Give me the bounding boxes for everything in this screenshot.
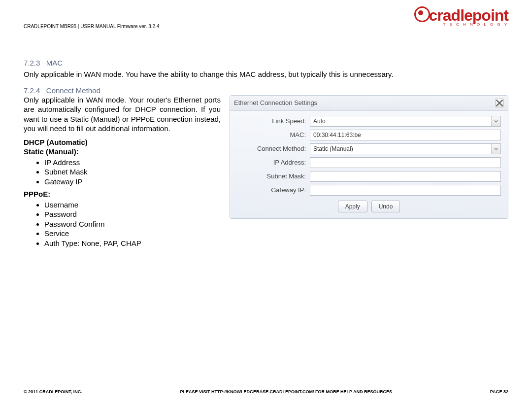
panel-title: Ethernet Connection Settings [234, 99, 317, 106]
chevron-down-icon [491, 116, 500, 126]
list-item: Gateway IP [44, 177, 221, 187]
section-paragraph: Only applicable in WAN mode. Your router… [24, 95, 221, 134]
gateway-ip-input[interactable] [310, 185, 501, 196]
list-item: Password Confirm [44, 219, 221, 229]
list-heading-dhcp: DHCP (Automatic) [24, 137, 221, 147]
static-list: IP Address Subnet Mask Gateway IP [24, 158, 221, 187]
pppoe-list: Username Password Password Confirm Servi… [24, 200, 221, 248]
list-item: Password [44, 209, 221, 219]
footer-left: © 2011 CRADLEPOINT, INC. [24, 389, 82, 394]
page-footer: © 2011 CRADLEPOINT, INC. PLEASE VISIT HT… [24, 389, 508, 394]
list-item: Subnet Mask [44, 167, 221, 177]
list-item: Username [44, 200, 221, 210]
gateway-ip-label: Gateway IP: [237, 186, 310, 194]
brand-text: cradlepoint [429, 6, 508, 24]
footer-mid: PLEASE VISIT HTTP://KNOWLEDGEBASE.CRADLE… [180, 389, 392, 394]
undo-button[interactable]: Undo [371, 201, 400, 212]
list-item: Auth Type: None, PAP, CHAP [44, 239, 221, 248]
chevron-down-icon [491, 144, 500, 154]
subnet-mask-input[interactable] [310, 171, 501, 182]
connect-method-label: Connect Method: [237, 145, 310, 152]
subnet-mask-label: Subnet Mask: [237, 172, 310, 180]
mac-label: MAC: [237, 131, 310, 138]
list-heading-static: Static (Manual): [24, 147, 221, 157]
ethernet-settings-panel: Ethernet Connection Settings Link Speed:… [230, 95, 508, 219]
section-title: MAC [46, 59, 63, 67]
mac-input[interactable]: 00:30:44:11:63:be [310, 130, 501, 140]
link-speed-label: Link Speed: [237, 117, 310, 125]
connect-method-select[interactable]: Static (Manual) [310, 143, 501, 154]
footer-link[interactable]: HTTP://KNOWLEDGEBASE.CRADLEPOINT.COM/ [211, 389, 314, 394]
brand-logo: cradlepoint T E C H N O L O G Y [414, 5, 508, 27]
list-item: IP Address [44, 158, 221, 168]
section-number: 7.2.4 [24, 86, 40, 95]
close-icon [496, 99, 503, 107]
section-number: 7.2.3 [24, 59, 40, 67]
select-value: Static (Manual) [313, 145, 353, 152]
ip-address-label: IP Address: [237, 159, 310, 166]
apply-button[interactable]: Apply [338, 201, 367, 212]
list-item: Service [44, 229, 221, 239]
list-heading-pppoe: PPPoE: [24, 189, 221, 199]
select-value: Auto [313, 118, 326, 125]
close-button[interactable] [495, 99, 504, 107]
ip-address-input[interactable] [310, 157, 501, 168]
link-speed-select[interactable]: Auto [310, 116, 501, 127]
section-title: Connect Method [46, 86, 100, 95]
section-paragraph: Only applicable in WAN mode. You have th… [24, 69, 508, 79]
footer-right: PAGE 82 [490, 389, 508, 394]
